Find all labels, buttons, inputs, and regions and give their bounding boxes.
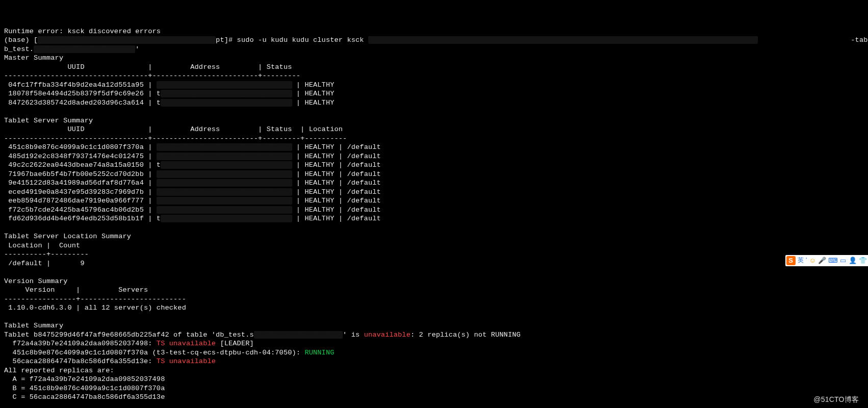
- tablet-summary-title: Tablet Summary: [4, 322, 63, 329]
- tablet-status-line: Tablet b8475299d46f47af9e68665db225af42 …: [4, 331, 521, 339]
- mic-icon[interactable]: 🎤: [818, 256, 826, 265]
- watermark: @51CTO博客: [813, 395, 859, 404]
- tserver-row: eced4919e0a8437e95d39283c7969d7b | xxxxx…: [4, 188, 381, 196]
- master-header: UUID | Address | Status: [4, 63, 292, 71]
- keyboard-icon[interactable]: ⌨: [828, 256, 838, 265]
- ime-punct-toggle[interactable]: ': [806, 256, 807, 265]
- screen-icon[interactable]: ▭: [840, 256, 846, 265]
- replica-id: A = f72a4a39b7e24109a2daa09852037498: [4, 375, 165, 383]
- version-sep: -----------------+----------------------…: [4, 295, 186, 303]
- skin-icon[interactable]: 👕: [859, 256, 867, 265]
- location-header: Location | Count: [4, 242, 80, 249]
- tserver-sep: ----------------------------------+-----…: [4, 135, 347, 142]
- location-row: /default | 9: [4, 260, 85, 267]
- version-summary-title: Version Summary: [4, 277, 68, 285]
- master-summary-title: Master Summary: [4, 54, 63, 62]
- prompt-line: (base) [xxxxxxxxxxxxxxxxxxxxxxxxxxxxxxxx…: [4, 36, 868, 44]
- error-line: Runtime error: ksck discovered errors: [4, 28, 161, 35]
- tserver-row: 9e415122d83a41989ad56dfaf8d776a4 | xxxxx…: [4, 179, 381, 187]
- master-row: 8472623d385742d8aded203d96c3a614 | txxxx…: [4, 99, 335, 107]
- master-row: 18078f58e4494d25b8379f5df9c69e26 | txxxx…: [4, 90, 335, 97]
- location-sep: ----------+---------: [4, 250, 89, 258]
- tserver-header: UUID | Address | Status | Location: [4, 125, 343, 133]
- location-summary-title: Tablet Server Location Summary: [4, 233, 131, 240]
- tserver-row: 49c2c2622ea0443dbeae74a8a15a0150 | txxxx…: [4, 161, 381, 169]
- person-icon[interactable]: 👤: [849, 256, 857, 265]
- ime-language-toggle[interactable]: 英: [798, 256, 804, 265]
- tserver-row: 485d192e2c8348f79371476e4c012475 | xxxxx…: [4, 152, 381, 160]
- replica-id: B = 451c8b9e876c4099a9c1c1d0807f370a: [4, 385, 165, 392]
- tserver-row: 71967bae6b5f4b7fb00e5252cd70d2bb | xxxxx…: [4, 170, 381, 178]
- master-sep: ----------------------------------+-----…: [4, 72, 300, 80]
- tserver-row: eeb8594d7872486dae7919e0a966f777 | xxxxx…: [4, 197, 381, 205]
- version-header: Version | Servers: [4, 286, 148, 294]
- tserver-row: 451c8b9e876c4099a9c1c1d0807f370a | xxxxx…: [4, 143, 381, 151]
- tserver-row: f72c5b7cde24425ba45796ac4b06d2b5 | xxxxx…: [4, 206, 381, 214]
- replica-id: C = 56caca28864747ba8c586df6a355d13e: [4, 393, 165, 401]
- terminal-output: Runtime error: ksck discovered errors (b…: [4, 27, 864, 402]
- replica-line: 451c8b9e876c4099a9c1c1d0807f370a (t3-tes…: [4, 349, 335, 356]
- replica-line: 56caca28864747ba8c586df6a355d13e: TS una…: [4, 358, 216, 365]
- ime-toolbar[interactable]: S 英 ' ☺ 🎤 ⌨ ▭ 👤 👕: [785, 255, 868, 266]
- emoji-icon[interactable]: ☺: [809, 256, 816, 265]
- tserver-row: fd62d936dd4b4e6f94edb253d58b1b1f | txxxx…: [4, 215, 381, 222]
- reported-replicas-title: All reported replicas are:: [4, 367, 114, 374]
- replica-line: f72a4a39b7e24109a2daa09852037498: TS una…: [4, 340, 254, 347]
- version-row: 1.10.0-cdh6.3.0 | all 12 server(s) check…: [4, 304, 186, 312]
- sogou-logo-icon[interactable]: S: [786, 256, 796, 265]
- master-row: 04fc17ffba334f4b9d2ea4a12d551a95 | xxxxx…: [4, 81, 335, 89]
- prompt-line-2: b_test.xxxxxxxxxxxxxxxxxxxxxxxx': [4, 45, 140, 53]
- tserver-summary-title: Tablet Server Summary: [4, 117, 93, 124]
